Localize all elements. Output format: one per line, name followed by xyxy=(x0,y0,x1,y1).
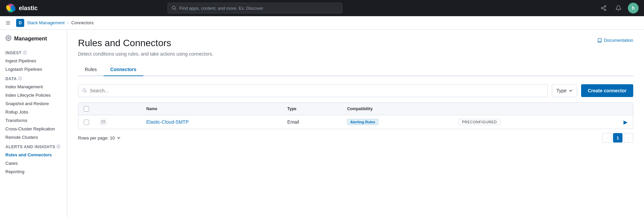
topbar: elastic Find apps, content, and more. Ex… xyxy=(0,0,644,16)
search-icon xyxy=(172,6,177,10)
elastic-wordmark: elastic xyxy=(19,5,38,12)
table-header-row: Name Type Compatibility xyxy=(78,103,633,115)
share-icon[interactable] xyxy=(598,3,609,13)
compatibility-badge: Alerting Rules xyxy=(347,119,378,125)
documentation-link[interactable]: Documentation xyxy=(597,38,633,43)
page-header: Rules and Connectors Documentation xyxy=(78,38,633,49)
breadcrumb-current: Connectors xyxy=(71,20,93,25)
type-dropdown[interactable]: Type xyxy=(552,84,577,97)
page-description: Detect conditions using rules, and take … xyxy=(78,51,633,57)
breadcrumb-stack-management[interactable]: Stack Management xyxy=(27,20,65,25)
main-layout: Management Ingest ⓘ Ingest Pipelines Log… xyxy=(0,30,644,218)
svg-point-5 xyxy=(173,6,176,9)
sidebar-item-rollup-jobs[interactable]: Rollup Jobs xyxy=(0,108,67,116)
sidebar-header: Management xyxy=(0,35,67,48)
sidebar-section-alerts-insights: Alerts and Insights ⓘ xyxy=(0,142,67,151)
next-page-button[interactable]: › xyxy=(624,133,633,143)
header-actions xyxy=(594,103,633,115)
breadcrumb-chevron: › xyxy=(67,21,69,25)
breadcrumb-bar: D Stack Management › Connectors xyxy=(0,16,644,30)
rows-per-page-chevron-icon xyxy=(117,136,121,140)
sidebar-item-rules-connectors[interactable]: Rules and Connectors xyxy=(0,151,67,159)
header-checkbox-cell xyxy=(78,103,94,115)
sidebar-item-cases[interactable]: Cases xyxy=(0,159,67,167)
sidebar-item-ingest-pipelines[interactable]: Ingest Pipelines xyxy=(0,57,67,65)
select-all-checkbox[interactable] xyxy=(84,106,89,112)
sidebar: Management Ingest ⓘ Ingest Pipelines Log… xyxy=(0,30,67,218)
type-dropdown-label: Type xyxy=(556,88,566,93)
pagination-bar: Rows per page: 10 ‹ 1 › xyxy=(78,129,633,143)
header-name[interactable]: Name xyxy=(141,103,282,115)
header-icon-cell xyxy=(94,103,141,115)
chevron-down-icon xyxy=(569,89,573,93)
tab-connectors[interactable]: Connectors xyxy=(104,63,143,76)
svg-line-17 xyxy=(85,91,86,92)
header-status xyxy=(453,103,594,115)
sidebar-item-transforms[interactable]: Transforms xyxy=(0,116,67,125)
topbar-actions: h xyxy=(598,3,639,13)
svg-point-8 xyxy=(601,7,603,9)
svg-point-15 xyxy=(8,37,9,39)
user-avatar[interactable]: h xyxy=(628,3,639,13)
row-compatibility-cell: Alerting Rules xyxy=(342,115,453,129)
documentation-link-label: Documentation xyxy=(604,38,633,43)
toolbar: Type Create connector xyxy=(78,84,633,97)
row-name-cell: Elastic-Cloud-SMTP xyxy=(141,115,282,129)
sidebar-section-data: Data ⓘ xyxy=(0,73,67,83)
row-checkbox[interactable] xyxy=(84,120,89,125)
prev-page-button[interactable]: ‹ xyxy=(602,133,612,143)
sidebar-item-index-lifecycle-policies[interactable]: Index Lifecycle Policies xyxy=(0,91,67,99)
svg-line-6 xyxy=(175,9,176,10)
alerts-info-icon: ⓘ xyxy=(56,144,61,149)
tabs: Rules Connectors xyxy=(78,63,633,76)
row-type-cell: Email xyxy=(282,115,342,129)
header-type[interactable]: Type xyxy=(282,103,342,115)
sidebar-item-logstash-pipelines[interactable]: Logstash Pipelines xyxy=(0,65,67,73)
table-row: Elastic-Cloud-SMTP Email Alerting Rules … xyxy=(78,115,633,129)
connectors-table: Name Type Compatibility xyxy=(78,102,633,129)
data-info-icon: ⓘ xyxy=(18,76,22,81)
create-connector-button[interactable]: Create connector xyxy=(581,84,633,97)
svg-point-9 xyxy=(604,9,606,11)
elastic-logo[interactable]: elastic xyxy=(5,3,38,13)
row-icon-cell xyxy=(94,115,141,129)
sidebar-item-cross-cluster-replication[interactable]: Cross-Cluster Replication xyxy=(0,125,67,133)
svg-line-10 xyxy=(603,8,604,9)
sidebar-item-reporting[interactable]: Reporting xyxy=(0,167,67,176)
breadcrumb-user-icon: D xyxy=(16,19,24,27)
svg-line-11 xyxy=(603,7,604,8)
connector-type-icon xyxy=(100,119,107,125)
global-search-bar[interactable]: Find apps, content, and more. Ex: Discov… xyxy=(167,3,342,13)
sidebar-title: Management xyxy=(14,36,47,42)
notifications-icon[interactable] xyxy=(613,3,624,13)
page-1-button[interactable]: 1 xyxy=(613,133,622,143)
row-actions-cell: ▶ xyxy=(594,115,633,129)
book-icon xyxy=(597,38,602,43)
header-compatibility[interactable]: Compatibility xyxy=(342,103,453,115)
rows-per-page-label: Rows per page: 10 xyxy=(78,135,115,141)
main-content: Rules and Connectors Documentation Detec… xyxy=(67,30,644,218)
search-input[interactable] xyxy=(90,88,543,93)
connector-name-link[interactable]: Elastic-Cloud-SMTP xyxy=(146,119,189,125)
sidebar-item-index-management[interactable]: Index Management xyxy=(0,83,67,91)
connector-type-value: Email xyxy=(287,119,299,125)
ingest-info-icon: ⓘ xyxy=(23,50,27,55)
sidebar-item-remote-clusters[interactable]: Remote Clusters xyxy=(0,133,67,142)
page-navigation: ‹ 1 › xyxy=(602,133,633,143)
svg-point-16 xyxy=(83,89,86,92)
global-search-placeholder: Find apps, content, and more. Ex: Discov… xyxy=(179,6,263,11)
svg-point-7 xyxy=(604,6,606,7)
search-input-wrapper[interactable] xyxy=(78,84,548,97)
hamburger-button[interactable] xyxy=(5,20,11,26)
sidebar-item-snapshot-restore[interactable]: Snapshot and Restore xyxy=(0,99,67,108)
sidebar-section-ingest: Ingest ⓘ xyxy=(0,48,67,57)
tab-rules[interactable]: Rules xyxy=(78,63,104,76)
search-icon xyxy=(82,88,87,93)
run-connector-icon[interactable]: ▶ xyxy=(623,119,628,125)
management-gear-icon xyxy=(5,35,11,42)
row-preconfigured-cell: PRECONFIGURED xyxy=(453,115,594,129)
rows-per-page-selector[interactable]: Rows per page: 10 xyxy=(78,135,121,141)
data-table: Name Type Compatibility xyxy=(78,103,633,129)
preconfigured-badge: PRECONFIGURED xyxy=(458,119,501,125)
page-title: Rules and Connectors xyxy=(78,38,171,49)
